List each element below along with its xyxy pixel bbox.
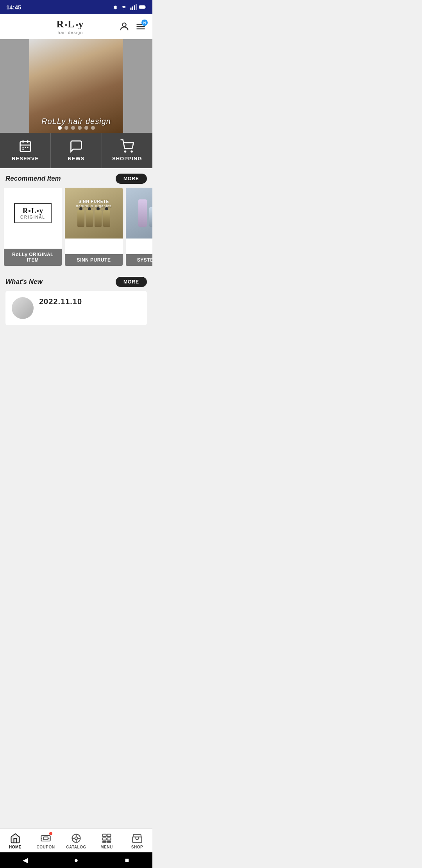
sinn-bottle-1 [77, 210, 84, 227]
status-bar: 14:45 [0, 0, 152, 14]
sinn-bottle-2 [86, 210, 93, 227]
product-name-rolly: RoLLy ORIGINAL ITEM [4, 249, 62, 266]
wifi-icon [120, 4, 127, 11]
news-content: 2022.11.10 [39, 297, 82, 306]
recommend-section-header: Recommend Item MORE [0, 168, 152, 188]
svg-point-21 [131, 151, 132, 152]
status-icons [111, 4, 146, 11]
svg-rect-17 [25, 147, 26, 148]
product-image-sinn: SINN PURETEnatural & organics [65, 188, 123, 239]
recommend-more-button[interactable]: MORE [116, 174, 147, 184]
hero-image: RoLLy hair design [29, 39, 123, 133]
shopping-shortcut[interactable]: SHOPPING [102, 133, 152, 168]
svg-rect-18 [27, 147, 28, 148]
rolly-logo-box: R L y ORIGINAL [14, 203, 52, 223]
brand-name: RLy [56, 18, 84, 30]
profile-button[interactable] [119, 21, 130, 32]
svg-rect-4 [134, 5, 135, 10]
reserve-label: RESERVE [12, 156, 39, 161]
product-card-rolly[interactable]: R L y ORIGINAL RoLLy ORIGINAL ITEM [4, 188, 62, 266]
whats-new-header: What's New MORE [0, 271, 152, 291]
svg-rect-2 [131, 8, 132, 10]
banner-dot-2[interactable] [64, 126, 68, 130]
sinn-bottles [77, 210, 110, 227]
brand-sub: hair design [58, 30, 83, 35]
svg-rect-3 [132, 7, 133, 10]
news-date: 2022.11.10 [39, 297, 82, 306]
svg-point-1 [123, 9, 124, 10]
news-card[interactable]: 2022.11.10 [5, 291, 147, 325]
banner-dot-3[interactable] [71, 126, 75, 130]
product-name-system: SYSTEM [126, 254, 152, 266]
whats-new-section: What's New MORE 2022.11.10 [0, 271, 152, 329]
app-header: RLy hair design N [0, 14, 152, 39]
products-row: R L y ORIGINAL RoLLy ORIGINAL ITEM SINN … [0, 188, 152, 271]
hero-text: RoLLy hair design [41, 117, 111, 126]
original-text: ORIGINAL [20, 215, 45, 219]
sinn-bottle-4 [103, 210, 110, 227]
shopping-cart-icon [120, 139, 134, 153]
header-actions: N [119, 21, 146, 32]
svg-rect-12 [20, 142, 30, 152]
svg-rect-16 [22, 147, 23, 148]
news-avatar [12, 297, 34, 319]
user-icon [119, 21, 130, 32]
whats-new-more-button[interactable]: MORE [116, 277, 147, 287]
status-time: 14:45 [6, 4, 21, 11]
product-card-system[interactable]: SYSTEM [126, 188, 152, 266]
settings-icon [111, 4, 118, 11]
hero-banner: RoLLy hair design [0, 39, 152, 133]
svg-rect-7 [140, 6, 143, 8]
notification-badge: N [141, 20, 148, 26]
sinn-bottle-3 [95, 210, 102, 227]
sinn-header-label: SINN PURETEnatural & organics [76, 199, 112, 208]
recommend-title: Recommend Item [5, 175, 61, 183]
banner-dot-4[interactable] [78, 126, 82, 130]
news-shortcut[interactable]: NEWS [51, 133, 102, 168]
banner-dot-6[interactable] [91, 126, 95, 130]
product-image-rolly: R L y ORIGINAL [4, 188, 62, 239]
product-image-system [126, 188, 152, 239]
app-logo: RLy hair design [56, 18, 84, 35]
news-label: NEWS [68, 156, 84, 161]
product-name-sinn: SINN PURUTE [65, 254, 123, 266]
svg-rect-19 [22, 149, 23, 150]
svg-point-20 [125, 151, 126, 152]
svg-point-8 [122, 23, 126, 26]
signal-icon [130, 4, 137, 11]
shopping-label: SHOPPING [112, 156, 142, 161]
menu-button[interactable]: N [135, 21, 146, 32]
calendar-icon [18, 139, 32, 153]
banner-dot-1[interactable] [58, 126, 62, 130]
chat-icon [69, 139, 83, 153]
reserve-shortcut[interactable]: RESERVE [0, 133, 51, 168]
battery-icon [139, 4, 146, 11]
banner-dot-5[interactable] [84, 126, 88, 130]
banner-dots [0, 126, 152, 133]
svg-rect-5 [136, 4, 137, 10]
whats-new-title: What's New [5, 278, 43, 286]
nav-shortcuts: RESERVE NEWS SHOPPING [0, 133, 152, 168]
product-card-sinn[interactable]: SINN PURETEnatural & organics SINN PURUT… [65, 188, 123, 266]
